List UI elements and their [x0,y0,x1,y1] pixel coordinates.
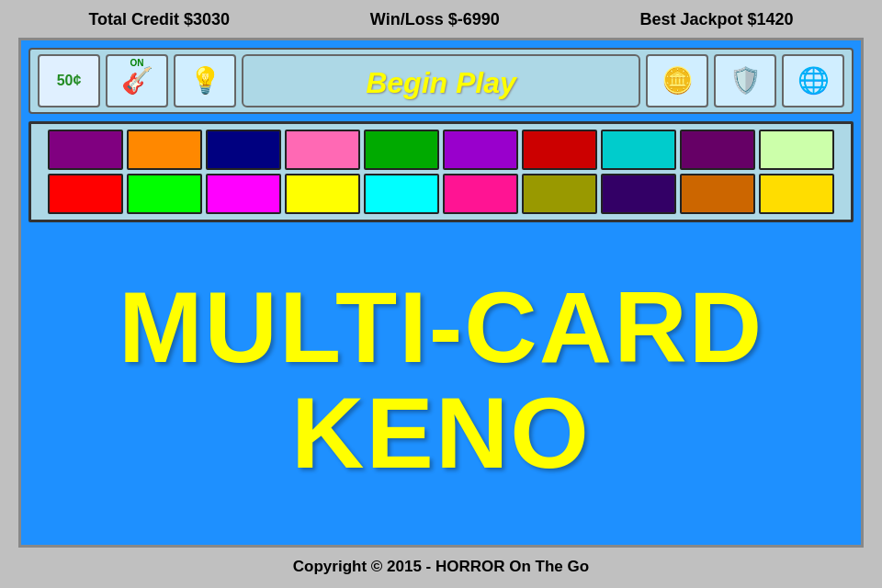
color-row-1 [37,130,845,170]
color-cell[interactable] [759,174,834,214]
color-cell[interactable] [127,130,202,170]
globe-button[interactable]: 🌐 [782,54,844,107]
color-cell[interactable] [364,174,439,214]
color-cell[interactable] [48,174,123,214]
top-bar: Total Credit $3030 Win/Loss $-6990 Best … [0,3,882,38]
color-cell[interactable] [206,174,281,214]
color-cell[interactable] [127,174,202,214]
color-cell[interactable] [601,130,676,170]
begin-play-button[interactable]: Begin Play [242,54,640,107]
color-cell[interactable] [680,174,755,214]
copyright-text: Copyright © 2015 - HORROR On The Go [293,558,589,576]
on-label: ON [130,58,144,68]
color-cell[interactable] [285,174,360,214]
color-row-2 [37,174,845,214]
main-panel: 50¢ ON 🎸 💡 Begin Play 🪙 🛡️ 🌐 [18,38,864,548]
color-cell[interactable] [522,130,597,170]
color-cell[interactable] [443,174,518,214]
total-credit-label: Total Credit $3030 [88,10,230,29]
globe-icon: 🌐 [797,65,830,96]
shield-button[interactable]: 🛡️ [714,54,776,107]
coin-denomination-button[interactable]: 50¢ [38,54,100,107]
color-cell[interactable] [364,130,439,170]
color-cell[interactable] [48,130,123,170]
coin-label: 50¢ [57,73,82,89]
win-loss-label: Win/Loss $-6990 [370,10,500,29]
color-cell[interactable] [759,130,834,170]
bulb-button[interactable]: 💡 [174,54,236,107]
color-cell[interactable] [206,130,281,170]
game-title-line2: KENO [119,379,763,486]
guitar-button[interactable]: ON 🎸 [106,54,168,107]
color-cell[interactable] [522,174,597,214]
color-cell[interactable] [443,130,518,170]
color-cell[interactable] [285,130,360,170]
color-grid [28,121,854,222]
toolbar: 50¢ ON 🎸 💡 Begin Play 🪙 🛡️ 🌐 [28,48,854,114]
best-jackpot-label: Best Jackpot $1420 [640,10,794,29]
coins-button[interactable]: 🪙 [646,54,708,107]
game-title-line1: MULTI-CARD [119,274,763,380]
color-cell[interactable] [680,130,755,170]
coins-icon: 🪙 [662,65,694,96]
title-area: MULTI-CARD KENO [28,222,854,537]
guitar-icon: 🎸 [121,65,153,96]
game-title: MULTI-CARD KENO [119,274,763,486]
color-cell[interactable] [601,174,676,214]
shield-icon: 🛡️ [729,65,762,96]
bulb-icon: 💡 [189,65,221,96]
bottom-bar: Copyright © 2015 - HORROR On The Go [0,548,882,586]
